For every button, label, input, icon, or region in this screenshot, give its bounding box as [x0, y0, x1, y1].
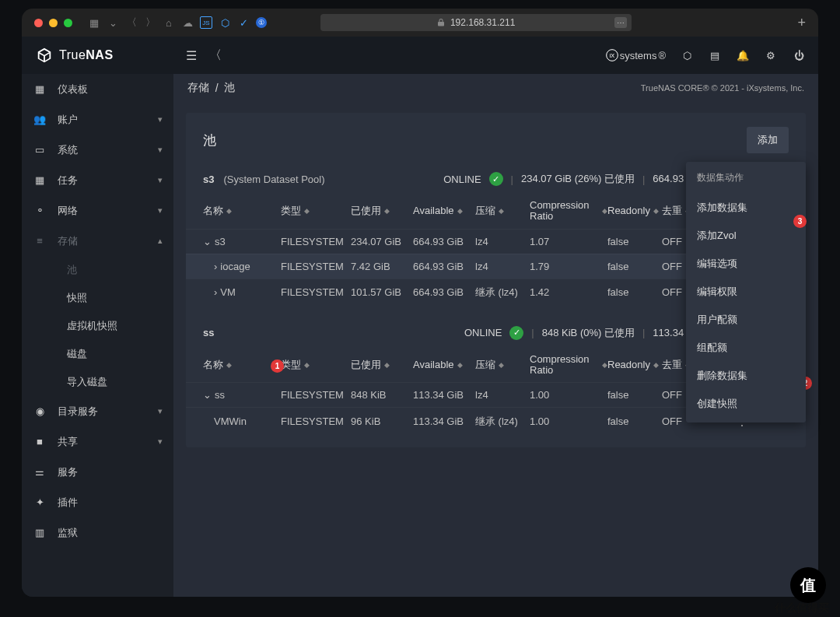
sidebar-item-dashboard[interactable]: ▦仪表板 [22, 74, 173, 104]
pool-status: ONLINE [443, 174, 481, 185]
sidebar-item-jail[interactable]: ▥监狱 [22, 517, 173, 548]
dataset-actions-menu: 数据集动作 添加数据集添加Zvol编辑选项编辑权限用户配额组配额删除数据集创建快… [686, 162, 806, 422]
sidebar-item-label: 监狱 [58, 526, 78, 540]
watermark-text: 什么值得买 [775, 601, 829, 615]
bell-icon[interactable]: 🔔 [736, 50, 750, 61]
pool-status: ONLINE [464, 327, 502, 338]
pool-name: ss [203, 327, 214, 338]
network-icon: ⚬ [33, 205, 47, 216]
menu-toggle-icon[interactable]: ☰ [186, 48, 197, 63]
gear-icon[interactable]: ⚙ [764, 50, 778, 61]
sidebar-item-label: 共享 [58, 435, 78, 449]
svg-text:iX: iX [609, 52, 614, 59]
new-tab-icon[interactable]: + [797, 15, 806, 31]
brand-logo[interactable]: TrueNAS [22, 37, 173, 74]
expand-icon[interactable]: › [214, 261, 217, 272]
sidebar-item-label: 存储 [58, 234, 78, 248]
expand-icon[interactable]: ⌄ [203, 389, 212, 401]
sidebar-subitem[interactable]: 导入磁盘 [22, 368, 173, 396]
list-icon: ≡ [33, 235, 47, 247]
sidebar-item-list[interactable]: ≡存储▴ [22, 226, 173, 256]
pool-name: s3 [203, 174, 214, 185]
chevron-down-icon: ▾ [158, 406, 163, 416]
cube-icon[interactable]: ⬡ [219, 16, 231, 29]
sidebar-item-label: 服务 [58, 465, 78, 479]
sidebar-item-label: 插件 [58, 496, 78, 510]
clipboard-icon[interactable]: ▤ [708, 50, 722, 61]
menu-item[interactable]: 添加数据集 [686, 194, 806, 222]
expand-icon[interactable]: ⌄ [203, 236, 212, 247]
window-traffic-lights[interactable] [34, 19, 72, 27]
power-icon[interactable]: ⏻ [792, 50, 806, 61]
sidebar-subitem[interactable]: 虚拟机快照 [22, 312, 173, 340]
menu-item[interactable]: 添加Zvol [686, 222, 806, 250]
pass-icon[interactable]: ① [256, 17, 267, 28]
reader-icon[interactable]: ⋯ [614, 17, 627, 28]
sliders-icon: ⚌ [33, 466, 47, 478]
folder-icon: ■ [33, 436, 47, 447]
sidebar-item-sliders[interactable]: ⚌服务 [22, 457, 173, 487]
check-icon: ✓ [489, 172, 503, 186]
ext-icon[interactable]: JS [200, 16, 212, 29]
menu-item[interactable]: 编辑权限 [686, 278, 806, 306]
sidebar-subitem[interactable]: 快照 [22, 284, 173, 312]
pool-tag: (System Dataset Pool) [223, 174, 324, 185]
topbar: ☰ 〈 iXsystems® ⬡ ▤ 🔔 ⚙ ⏻ [173, 37, 818, 74]
chevron-down-icon: ▾ [158, 205, 163, 216]
globe-icon: ◉ [33, 405, 47, 417]
chevron-down-icon: ▾ [158, 175, 163, 185]
url-text: 192.168.31.211 [450, 17, 515, 28]
sidebar: TrueNAS ▦仪表板👥账户▾▭系统▾▦任务▾⚬网络▾≡存储▴池快照虚拟机快照… [22, 37, 173, 597]
sidebar-subitem[interactable]: 池 [22, 256, 173, 284]
sidebar-item-label: 系统 [58, 143, 78, 157]
sidebar-item-label: 账户 [58, 113, 78, 127]
dashboard-icon: ▦ [33, 83, 47, 95]
sidebar-item-label: 目录服务 [58, 405, 98, 419]
share-icon[interactable] [732, 16, 744, 29]
puzzle-icon: ✦ [33, 496, 47, 508]
sidebar-subitem[interactable]: 磁盘 [22, 340, 173, 368]
ixsystems-logo[interactable]: iXsystems® [606, 49, 666, 61]
sidebar-item-laptop[interactable]: ▭系统▾ [22, 135, 173, 165]
cube-icon[interactable]: ⬡ [680, 50, 694, 61]
menu-item[interactable]: 删除数据集 [686, 362, 806, 390]
lock-icon [436, 18, 446, 27]
check-icon[interactable]: ✓ [237, 16, 250, 29]
address-bar[interactable]: 192.168.31.211 ⋯ [320, 14, 632, 31]
chevron-down-icon: ▾ [158, 145, 163, 155]
sidebar-item-network[interactable]: ⚬网络▾ [22, 195, 173, 226]
calendar-icon: ▦ [33, 174, 47, 186]
sidebar-item-globe[interactable]: ◉目录服务▾ [22, 396, 173, 426]
sidebar-item-users[interactable]: 👥账户▾ [22, 104, 173, 135]
sidebar-toggle-icon[interactable]: ▦ [88, 16, 100, 29]
menu-item[interactable]: 创建快照 [686, 390, 806, 418]
check-icon: ✓ [509, 326, 523, 340]
menu-item[interactable]: 组配额 [686, 334, 806, 362]
chevron-down-icon: ▾ [158, 436, 163, 447]
sidebar-item-folder[interactable]: ■共享▾ [22, 426, 173, 457]
chevron-down-icon: ▾ [158, 114, 163, 124]
sidebar-item-puzzle[interactable]: ✦插件 [22, 487, 173, 517]
menu-header: 数据集动作 [686, 162, 806, 194]
menu-item[interactable]: 编辑选项 [686, 250, 806, 278]
users-icon: 👥 [33, 114, 47, 125]
truenas-logo-icon [36, 47, 53, 64]
nav-back-icon[interactable]: 〈 [125, 16, 138, 29]
sidebar-item-label: 网络 [58, 204, 78, 218]
sidebar-item-label: 仪表板 [58, 82, 88, 96]
back-icon[interactable]: 〈 [209, 47, 222, 64]
nav-forward-icon[interactable]: 〉 [144, 16, 156, 29]
expand-icon[interactable]: › [214, 286, 217, 298]
add-button[interactable]: 添加 [747, 127, 789, 153]
laptop-icon: ▭ [33, 144, 47, 156]
menu-item[interactable]: 用户配额 [686, 306, 806, 334]
home-icon[interactable]: ⌂ [163, 16, 175, 29]
sidebar-item-calendar[interactable]: ▦任务▾ [22, 165, 173, 195]
sidebar-item-label: 任务 [58, 174, 78, 188]
pool-used: 234.07 GiB (26%) 已使用 [521, 172, 635, 186]
jail-icon: ▥ [33, 527, 47, 538]
copyright: TrueNAS CORE® © 2021 - iXsystems, Inc. [641, 83, 804, 93]
chevron-down-icon[interactable]: ⌄ [107, 16, 119, 29]
cloud-icon[interactable]: ☁ [181, 16, 194, 29]
pool-used: 848 KiB (0%) 已使用 [542, 326, 635, 340]
